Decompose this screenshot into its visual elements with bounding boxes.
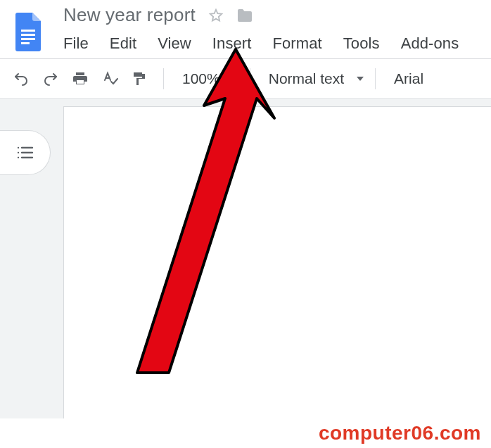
menu-edit[interactable]: Edit [110, 30, 149, 58]
folder-icon[interactable] [236, 8, 253, 23]
font-value: Arial [394, 70, 423, 87]
svg-rect-3 [21, 42, 30, 44]
document-page[interactable] [63, 106, 491, 436]
print-button[interactable] [72, 66, 89, 91]
document-title[interactable]: New year report [63, 4, 196, 26]
menu-bar: File Edit View Insert Format Tools Add-o… [63, 30, 459, 58]
menu-addons[interactable]: Add-ons [401, 30, 459, 58]
watermark: computer06.com [0, 418, 491, 448]
font-select[interactable]: Arial [387, 70, 431, 87]
spellcheck-button[interactable] [101, 66, 118, 91]
header-bar: New year report File Edit View Insert Fo… [0, 0, 491, 58]
paragraph-style-value: Normal text [269, 70, 344, 87]
toolbar-separator [163, 68, 164, 89]
watermark-text: computer06.com [319, 422, 481, 444]
chevron-down-icon [230, 74, 240, 84]
chevron-down-icon [355, 74, 365, 84]
menu-view[interactable]: View [158, 30, 204, 58]
svg-rect-0 [21, 30, 35, 32]
toolbar-separator [375, 68, 376, 89]
toolbar: 100% Normal text Arial [0, 58, 491, 99]
menu-file[interactable]: File [63, 30, 101, 58]
redo-button[interactable] [42, 66, 59, 91]
svg-rect-4 [77, 80, 84, 84]
svg-rect-1 [21, 34, 35, 36]
menu-insert[interactable]: Insert [212, 30, 264, 58]
outline-toggle-button[interactable] [0, 130, 51, 175]
star-icon[interactable] [208, 8, 224, 23]
document-canvas [0, 99, 491, 422]
title-area: New year report File Edit View Insert Fo… [63, 4, 459, 58]
paragraph-style-select[interactable]: Normal text [262, 70, 372, 87]
svg-rect-2 [21, 38, 35, 40]
undo-button[interactable] [13, 66, 30, 91]
menu-format[interactable]: Format [272, 30, 334, 58]
zoom-select[interactable]: 100% [175, 70, 247, 87]
title-row: New year report [63, 4, 459, 26]
paint-format-button[interactable] [131, 66, 148, 91]
zoom-value: 100% [182, 70, 220, 87]
toolbar-separator [250, 68, 250, 89]
menu-tools[interactable]: Tools [343, 30, 393, 58]
docs-logo-icon[interactable] [10, 7, 46, 56]
